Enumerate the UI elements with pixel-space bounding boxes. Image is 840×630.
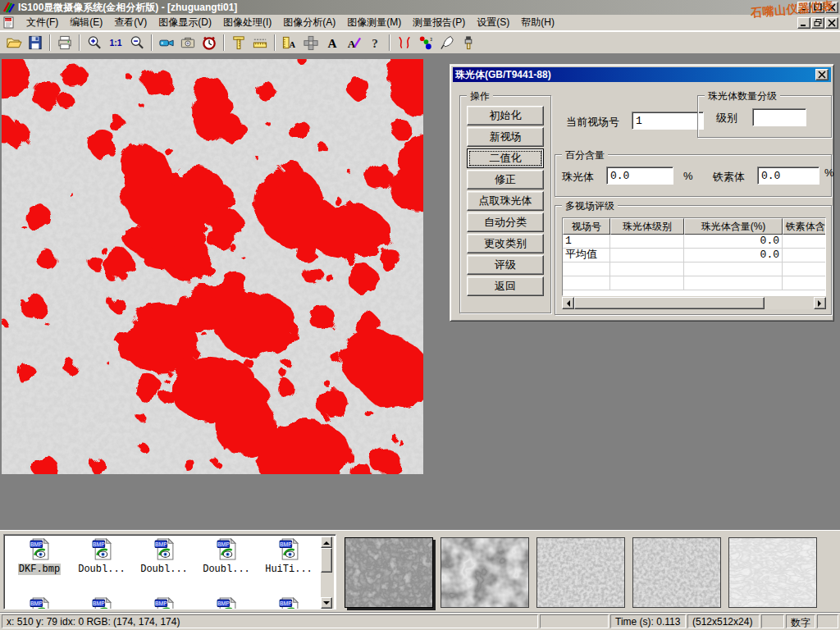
- scroll-up-button[interactable]: [321, 536, 332, 548]
- table-cell: [783, 262, 826, 276]
- toolbar-separator: [223, 34, 225, 51]
- image-thumbnail[interactable]: [632, 537, 721, 608]
- metallographic-image[interactable]: [2, 59, 423, 474]
- zoom-out-icon[interactable]: [126, 33, 148, 52]
- grade-group: 珠光体数量分级 级别: [697, 95, 832, 138]
- menu-item[interactable]: 文件(F): [21, 14, 64, 31]
- text-icon[interactable]: A: [322, 33, 343, 52]
- toolbar-separator: [49, 34, 51, 51]
- help-icon[interactable]: ?: [364, 33, 386, 52]
- grade-input[interactable]: [752, 108, 806, 126]
- menu-item[interactable]: 设置(S): [471, 14, 515, 31]
- image-thumbnail[interactable]: [728, 537, 817, 608]
- menu-item[interactable]: 编辑(E): [64, 14, 108, 31]
- mdi-minimize-button[interactable]: [797, 17, 810, 29]
- operation-button[interactable]: 二值化: [467, 148, 544, 168]
- caliper-icon[interactable]: [228, 33, 249, 52]
- file-list: BMPDKF.bmpBMPDoubl...BMPDoubl...BMPDoubl…: [6, 536, 321, 609]
- pen-icon[interactable]: [436, 33, 458, 52]
- particles-icon[interactable]: 3: [415, 33, 436, 52]
- file-item[interactable]: BMPDoubl...: [71, 538, 132, 575]
- menu-item[interactable]: 帮助(H): [515, 14, 560, 31]
- file-item[interactable]: BMP: [258, 597, 319, 609]
- menu-item[interactable]: 图像处理(I): [217, 14, 277, 31]
- svg-text:A: A: [348, 38, 356, 50]
- file-list-scrollbar[interactable]: [321, 536, 334, 609]
- save-icon[interactable]: [25, 33, 46, 52]
- current-field-label: 当前视场号: [566, 115, 619, 130]
- operation-button[interactable]: 评级: [467, 255, 544, 275]
- ferrite-percent-input[interactable]: [757, 167, 819, 185]
- timer-icon[interactable]: [199, 33, 220, 52]
- pearlite-percent-input[interactable]: [606, 167, 673, 185]
- status-blank-3: [817, 614, 838, 628]
- scroll-left-button[interactable]: [562, 297, 574, 309]
- video-camera-icon[interactable]: [156, 33, 177, 52]
- menu-item[interactable]: 查看(V): [108, 14, 153, 31]
- mdi-restore-button[interactable]: [811, 17, 824, 29]
- operation-button[interactable]: 初始化: [467, 106, 544, 126]
- status-position: x: 510 y: 79 idx: 0 RGB: (174, 174, 174): [2, 614, 538, 628]
- operation-button[interactable]: 自动分类: [467, 212, 544, 232]
- table-row[interactable]: 10.0: [563, 235, 825, 249]
- menu-item[interactable]: 图像测量(M): [341, 14, 407, 31]
- dialog-close-button[interactable]: [815, 69, 829, 80]
- operation-button[interactable]: 点取珠光体: [467, 191, 544, 211]
- menu-item[interactable]: 图像分析(A): [277, 14, 341, 31]
- file-item[interactable]: BMPDoubl...: [196, 538, 257, 575]
- scrollbar-thumb[interactable]: [574, 297, 765, 309]
- operation-button[interactable]: 修正: [467, 170, 544, 189]
- current-field-input[interactable]: [632, 112, 704, 130]
- file-scrollbar-thumb[interactable]: [321, 548, 332, 573]
- capture-icon[interactable]: [177, 33, 199, 52]
- menu-item[interactable]: 测量报告(P): [407, 14, 471, 31]
- ferrite-percent-sign: %: [824, 167, 834, 179]
- ruler-icon[interactable]: [249, 33, 271, 52]
- document-icon[interactable]: DOC: [2, 16, 17, 30]
- table-horizontal-scrollbar[interactable]: [562, 297, 826, 309]
- table-cell: [610, 276, 684, 290]
- zoom-in-icon[interactable]: [84, 33, 105, 52]
- file-item[interactable]: BMP: [71, 597, 132, 609]
- workspace: 珠光体(GB/T9441-88) 操作 初始化新视场二值化修正点取珠光体自动分类…: [0, 54, 840, 530]
- image-thumbnail[interactable]: [345, 537, 433, 608]
- image-thumbnail[interactable]: [441, 537, 529, 608]
- bmp-file-icon: BMP: [196, 597, 257, 609]
- table-row[interactable]: [563, 262, 825, 276]
- toolbar-separator: [389, 34, 390, 51]
- scroll-down-button[interactable]: [321, 597, 332, 609]
- operations-group-label: 操作: [467, 89, 493, 103]
- table-row[interactable]: 平均值0.0: [563, 249, 825, 262]
- toolbar-separator: [79, 34, 80, 51]
- rating-table[interactable]: 视场号珠光体级别珠光体含量(%)铁素体含量(%)10.0平均值0.0: [562, 217, 826, 296]
- table-cell: 1: [563, 235, 610, 249]
- annotate-icon[interactable]: A: [343, 33, 364, 52]
- file-browser-panel: BMPDKF.bmpBMPDoubl...BMPDoubl...BMPDoubl…: [3, 534, 336, 609]
- operation-button[interactable]: 返回: [467, 276, 544, 296]
- dialog-title-bar[interactable]: 珠光体(GB/T9441-88): [453, 67, 831, 82]
- open-icon[interactable]: [3, 33, 25, 52]
- file-item[interactable]: BMPHuiTi...: [258, 538, 319, 575]
- table-row[interactable]: [563, 276, 825, 290]
- file-item[interactable]: BMP: [196, 597, 257, 609]
- curve-icon[interactable]: [394, 33, 415, 52]
- image-thumbnail[interactable]: [536, 537, 625, 608]
- mdi-close-button[interactable]: [825, 17, 838, 29]
- menu-item[interactable]: 图像显示(D): [153, 14, 217, 31]
- operation-button[interactable]: 新视场: [467, 127, 544, 147]
- file-item[interactable]: BMPDoubl...: [134, 538, 194, 575]
- svg-text:BMP: BMP: [93, 541, 105, 547]
- measure-icon[interactable]: A: [279, 33, 300, 52]
- brush-icon[interactable]: [458, 33, 479, 52]
- grid-icon[interactable]: [300, 33, 322, 52]
- file-item[interactable]: BMP: [134, 597, 194, 609]
- file-item[interactable]: BMPDKF.bmp: [9, 538, 70, 575]
- file-name: Doubl...: [139, 564, 189, 575]
- scroll-right-button[interactable]: [814, 297, 826, 309]
- actual-size-icon[interactable]: 1:1: [105, 33, 126, 52]
- file-item[interactable]: BMP: [9, 597, 70, 609]
- operation-button[interactable]: 更改类别: [467, 234, 544, 253]
- svg-text:A: A: [328, 36, 337, 50]
- grade-label: 级别: [716, 111, 737, 126]
- print-icon[interactable]: [54, 33, 75, 52]
